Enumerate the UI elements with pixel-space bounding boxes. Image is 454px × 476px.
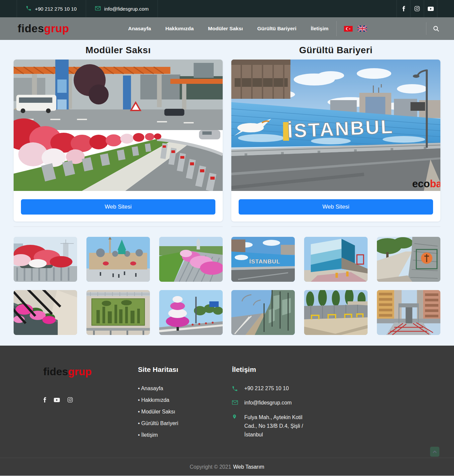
- footer-contact-title: İletişim: [232, 366, 454, 374]
- moduler-saksi-photo: [14, 60, 223, 191]
- footer-bottom-bar: Copyright © 2021 Web Tasarım: [0, 458, 454, 476]
- topbar-social: [397, 0, 437, 17]
- ecobarrier-watermark: ecobarrier: [412, 178, 440, 190]
- search-icon[interactable]: [433, 26, 439, 32]
- turkish-flag-icon[interactable]: [344, 26, 353, 32]
- instagram-link[interactable]: [410, 0, 424, 17]
- uk-flag-icon[interactable]: [358, 26, 367, 32]
- envelope-icon: [95, 6, 101, 12]
- footer: fidesgrup Site Haritası Anasayfa Hakkımı…: [0, 346, 454, 476]
- footer-sitemap-gurultu-bariyeri[interactable]: Gürültü Bariyeri: [138, 420, 232, 426]
- thumbnail-green-wall[interactable]: [86, 290, 150, 335]
- section-title-moduler-saksi: Modüler Saksı: [14, 45, 223, 56]
- footer-email-link[interactable]: info@fidesgrup.com: [232, 400, 454, 406]
- main-menu: Anasayfa Hakkımızda Modüler Saksı Gürült…: [128, 26, 329, 32]
- footer-address-text: Fulya Mah., Aytekin Kotil Cad., No 13/B …: [244, 413, 315, 439]
- topbar-phone-text: +90 212 275 10 10: [35, 6, 77, 12]
- thumbnail-planter-pink-fence[interactable]: [14, 290, 77, 335]
- gurultu-bariyeri-website-button[interactable]: Web Sitesi: [239, 199, 433, 215]
- nav-item-iletisim[interactable]: İletişim: [311, 26, 328, 32]
- phone-icon: [232, 386, 238, 393]
- footer-youtube-link[interactable]: [54, 398, 60, 402]
- site-logo[interactable]: fidesgrup: [18, 22, 69, 35]
- youtube-icon: [428, 7, 434, 11]
- gurultu-bariyeri-photo: İSTANBUL: [231, 60, 440, 191]
- footer-instagram-link[interactable]: [67, 397, 73, 402]
- topbar: +90 212 275 10 10 info@fidesgrup.com: [0, 0, 454, 17]
- thumbnail-mevlana-square[interactable]: [86, 237, 150, 282]
- footer-contact: İletişim +90 212 275 10 10 info@fidesgru…: [232, 366, 454, 446]
- search-area: [426, 22, 439, 35]
- footer-sitemap-anasayfa[interactable]: Anasayfa: [138, 386, 232, 392]
- footer-email-text: info@fidesgrup.com: [244, 400, 292, 406]
- footer-facebook-link[interactable]: [43, 397, 46, 402]
- footer-sitemap-iletisim[interactable]: İletişim: [138, 432, 232, 438]
- facebook-icon: [402, 6, 405, 11]
- footer-phone-text: +90 212 275 10 10: [244, 386, 289, 392]
- footer-sitemap: Site Haritası Anasayfa Hakkımızda Modüle…: [138, 366, 232, 446]
- nav-item-moduler-saksi[interactable]: Modüler Saksı: [208, 26, 243, 32]
- thumbnail-metro-station-entrance[interactable]: [377, 290, 440, 335]
- instagram-icon: [67, 397, 73, 402]
- gurultu-bariyeri-card: İSTANBUL: [231, 60, 440, 222]
- footer-address: Fulya Mah., Aytekin Kotil Cad., No 13/B …: [232, 413, 454, 439]
- thumbnail-red-flowers-railing[interactable]: [14, 237, 77, 282]
- topbar-phone-link[interactable]: +90 212 275 10 10: [17, 0, 86, 17]
- nav-item-hakkimizda[interactable]: Hakkımızda: [165, 26, 193, 32]
- thumbnail-istanbul-barrier[interactable]: İSTANBUL: [231, 237, 295, 282]
- footer-sitemap-hakkimizda[interactable]: Hakkımızda: [138, 397, 232, 403]
- footer-sitemap-title: Site Haritası: [138, 366, 232, 374]
- envelope-icon: [232, 400, 238, 406]
- left-column-divider: [14, 227, 223, 227]
- copyright-text: Copyright © 2021: [190, 464, 231, 470]
- footer-logo[interactable]: fidesgrup: [43, 366, 138, 378]
- facebook-link[interactable]: [397, 0, 410, 17]
- moduler-saksi-website-button[interactable]: Web Sitesi: [21, 199, 215, 215]
- youtube-link[interactable]: [424, 0, 437, 17]
- search-divider: [426, 22, 426, 35]
- footer-sitemap-moduler-saksi[interactable]: Modüler Saksı: [138, 409, 232, 415]
- copyright-link[interactable]: Web Tasarım: [233, 464, 265, 470]
- thumbnail-barrier-walkway-emblem[interactable]: [377, 237, 440, 282]
- thumbnail-pink-flowers-underpass[interactable]: [159, 237, 223, 282]
- moduler-saksi-card: Web Sitesi: [14, 60, 223, 222]
- logo-grup: grup: [44, 22, 69, 35]
- svg-text:İSTANBUL: İSTANBUL: [249, 258, 280, 265]
- right-column-divider: [231, 227, 440, 227]
- topbar-email-link[interactable]: info@fidesgrup.com: [86, 0, 158, 17]
- map-pin-icon: [232, 413, 238, 421]
- footer-social: [43, 397, 138, 402]
- section-title-gurultu-bariyeri: Gürültü Bariyeri: [231, 45, 440, 56]
- section-moduler-saksi: Modüler Saksı: [14, 40, 223, 346]
- moduler-saksi-gallery: [14, 237, 223, 335]
- language-switcher: [336, 21, 367, 36]
- thumbnail-transparent-barrier-road[interactable]: [231, 290, 295, 335]
- gurultu-bariyeri-gallery: İSTANBUL: [231, 237, 440, 335]
- navbar: fidesgrup Anasayfa Hakkımızda Modüler Sa…: [0, 17, 454, 40]
- thumbnail-flower-tower-roadside[interactable]: [159, 290, 223, 335]
- scroll-to-top-button[interactable]: [430, 447, 439, 457]
- thumbnail-blue-barrier-structure[interactable]: [304, 237, 368, 282]
- nav-item-gurultu-bariyeri[interactable]: Gürültü Bariyeri: [257, 26, 296, 32]
- footer-phone-link[interactable]: +90 212 275 10 10: [232, 386, 454, 393]
- instagram-icon: [414, 6, 420, 11]
- nav-item-anasayfa[interactable]: Anasayfa: [128, 26, 151, 32]
- topbar-email-text: info@fidesgrup.com: [104, 6, 149, 12]
- logo-fides: fides: [18, 22, 44, 35]
- youtube-icon: [54, 398, 60, 402]
- chevron-up-icon: [432, 450, 437, 453]
- phone-icon: [26, 6, 31, 12]
- thumbnail-gray-barrier-gates[interactable]: [304, 290, 368, 335]
- facebook-icon: [43, 397, 46, 402]
- footer-brand: fidesgrup: [43, 366, 138, 446]
- topbar-contact: +90 212 275 10 10 info@fidesgrup.com: [17, 0, 158, 17]
- section-gurultu-bariyeri: Gürültü Bariyeri: [231, 40, 440, 346]
- main-content: Modüler Saksı: [0, 40, 454, 346]
